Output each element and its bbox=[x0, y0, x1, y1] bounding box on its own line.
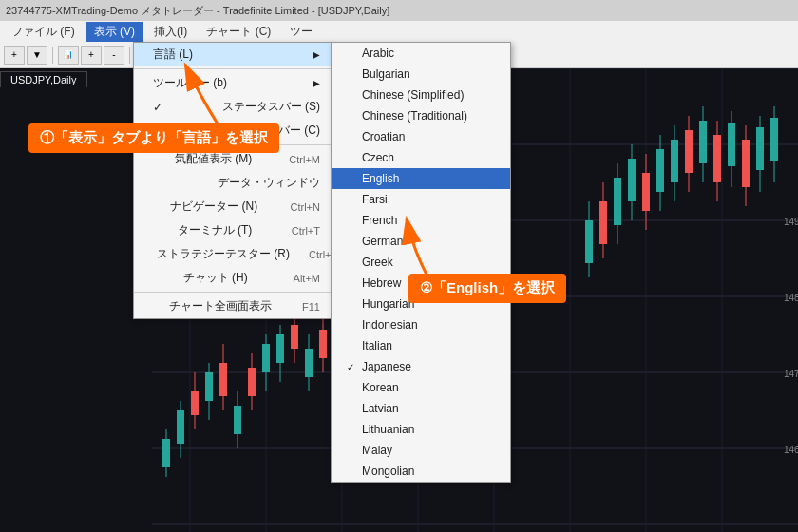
svg-rect-62 bbox=[699, 121, 707, 163]
svg-rect-16 bbox=[162, 439, 170, 467]
lang-french[interactable]: French bbox=[332, 210, 510, 231]
lang-czech[interactable]: Czech bbox=[332, 147, 510, 168]
svg-text:147.00: 147.00 bbox=[784, 369, 798, 379]
lang-malay[interactable]: Malay bbox=[332, 440, 510, 461]
lang-chinese-simplified[interactable]: Chinese (Simplified) bbox=[332, 85, 510, 105]
separator-3 bbox=[134, 292, 332, 293]
lang-english[interactable]: English bbox=[332, 168, 510, 189]
svg-rect-18 bbox=[177, 410, 184, 444]
annotation-1: ①「表示」タブより「言語」を選択 bbox=[28, 124, 279, 153]
menu-item-fullscreen[interactable]: チャート全画面表示 F11 bbox=[134, 294, 332, 318]
lang-korean[interactable]: Korean bbox=[332, 377, 510, 398]
lang-japanese[interactable]: ✓ Japanese bbox=[332, 356, 510, 377]
svg-rect-60 bbox=[685, 130, 693, 173]
svg-rect-20 bbox=[191, 391, 199, 415]
svg-rect-70 bbox=[756, 127, 764, 170]
svg-rect-26 bbox=[234, 406, 241, 434]
lang-italian[interactable]: Italian bbox=[332, 335, 510, 356]
lang-croatian[interactable]: Croatian bbox=[332, 126, 510, 147]
svg-rect-36 bbox=[305, 349, 313, 377]
svg-rect-58 bbox=[671, 140, 678, 182]
svg-text:149.00: 149.00 bbox=[784, 217, 798, 227]
svg-rect-24 bbox=[219, 363, 227, 396]
language-submenu: Arabic Bulgarian Chinese (Simplified) Ch… bbox=[331, 42, 511, 483]
menu-item-terminal[interactable]: ターミナル (T) Ctrl+T bbox=[134, 218, 332, 242]
menu-view[interactable]: 表示 (V) bbox=[86, 22, 142, 42]
lang-bulgarian[interactable]: Bulgarian bbox=[332, 64, 510, 85]
tab-strip: USDJPY,Daily bbox=[0, 68, 87, 87]
lang-latvian[interactable]: Latvian bbox=[332, 398, 510, 419]
lang-arabic[interactable]: Arabic bbox=[332, 43, 510, 64]
svg-text:146.00: 146.00 bbox=[784, 445, 798, 455]
language-menu-label: 言語 (L) bbox=[153, 47, 193, 63]
menu-item-language[interactable]: 言語 (L) bbox=[134, 43, 332, 66]
toolbar-open[interactable]: ▼ bbox=[27, 46, 48, 65]
svg-rect-54 bbox=[642, 173, 650, 211]
check-statusbar: ✓ bbox=[153, 101, 162, 114]
lang-indonesian[interactable]: Indonesian bbox=[332, 314, 510, 335]
toolbar-new[interactable]: + bbox=[4, 46, 25, 65]
svg-rect-66 bbox=[728, 124, 735, 166]
lang-chinese-traditional[interactable]: Chinese (Traditional) bbox=[332, 105, 510, 126]
title-bar: 23744775-XMTrading-Demo メタトレーダー - Tradef… bbox=[0, 0, 798, 21]
svg-rect-28 bbox=[248, 368, 256, 396]
annotation-2-text: ②「English」を選択 bbox=[420, 279, 555, 295]
svg-rect-30 bbox=[262, 344, 270, 372]
menu-item-chat[interactable]: チャット (H) Alt+M bbox=[134, 266, 332, 290]
svg-rect-48 bbox=[599, 201, 607, 244]
lang-lithuanian[interactable]: Lithuanian bbox=[332, 419, 510, 440]
annotation-1-text: ①「表示」タブより「言語」を選択 bbox=[40, 129, 268, 145]
menu-bar: ファイル (F) 表示 (V) 挿入(I) チャート (C) ツー bbox=[0, 21, 798, 42]
annotation-2: ②「English」を選択 bbox=[408, 274, 566, 303]
menu-item-statusbar[interactable]: ✓ ステータスバー (S) bbox=[134, 95, 332, 119]
svg-rect-64 bbox=[713, 135, 721, 182]
svg-rect-50 bbox=[614, 178, 621, 225]
svg-text:148.00: 148.00 bbox=[784, 293, 798, 303]
menu-item-datawindow[interactable]: データ・ウィンドウ bbox=[134, 171, 332, 195]
separator-1 bbox=[134, 68, 332, 69]
lang-greek[interactable]: Greek bbox=[332, 252, 510, 273]
toolbar-chart[interactable]: 📊 bbox=[58, 46, 79, 65]
view-menu-dropdown: 言語 (L) ツールバー (b) ✓ ステータスバー (S) ✓ チャートバー … bbox=[133, 42, 332, 319]
menu-chart[interactable]: チャート (C) bbox=[199, 22, 278, 42]
menu-insert[interactable]: 挿入(I) bbox=[146, 22, 195, 42]
svg-rect-52 bbox=[628, 159, 636, 201]
svg-rect-22 bbox=[205, 372, 213, 401]
menu-item-navigator[interactable]: ナビゲーター (N) Ctrl+N bbox=[134, 195, 332, 218]
menu-file[interactable]: ファイル (F) bbox=[4, 22, 83, 42]
menu-tools[interactable]: ツー bbox=[282, 22, 320, 42]
svg-rect-56 bbox=[656, 149, 664, 192]
svg-rect-32 bbox=[276, 334, 284, 363]
svg-rect-72 bbox=[770, 118, 778, 161]
svg-rect-68 bbox=[742, 140, 750, 187]
svg-rect-38 bbox=[319, 330, 327, 358]
menu-item-strategy[interactable]: ストラテジーテスター (R) Ctrl+R bbox=[134, 242, 332, 266]
svg-rect-34 bbox=[291, 325, 298, 349]
toolbar-zoom-out[interactable]: - bbox=[104, 46, 124, 65]
title-text: 23744775-XMTrading-Demo メタトレーダー - Tradef… bbox=[6, 4, 390, 18]
svg-rect-46 bbox=[585, 220, 593, 263]
toolbar-zoom-in[interactable]: + bbox=[81, 46, 102, 65]
menu-item-toolbar[interactable]: ツールバー (b) bbox=[134, 71, 332, 95]
lang-farsi[interactable]: Farsi bbox=[332, 189, 510, 210]
lang-mongolian[interactable]: Mongolian bbox=[332, 461, 510, 482]
chart-tab[interactable]: USDJPY,Daily bbox=[0, 71, 87, 87]
lang-german[interactable]: German bbox=[332, 231, 510, 252]
